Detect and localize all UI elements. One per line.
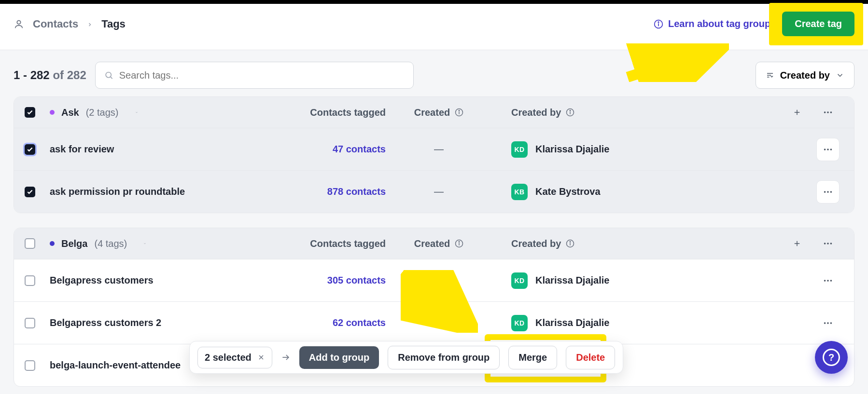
svg-point-38	[827, 280, 829, 282]
row-checkbox-wrapper[interactable]	[25, 144, 50, 155]
row-checkbox-wrapper[interactable]	[25, 275, 50, 286]
info-icon[interactable]	[455, 108, 463, 117]
add-column-button[interactable]	[782, 108, 812, 117]
svg-point-24	[827, 191, 829, 193]
svg-point-34	[824, 243, 826, 245]
contacts-tagged-value[interactable]: 62 contacts	[291, 317, 386, 328]
svg-point-20	[824, 149, 826, 150]
tag-group: Ask (2 tags) Contacts tagged Created Cre…	[14, 96, 854, 213]
selection-count-label: 2 selected	[205, 352, 252, 363]
chevron-right-icon	[87, 18, 93, 30]
contacts-tagged-value[interactable]: 305 contacts	[291, 275, 386, 286]
pagination-count: 1 - 282 of 282	[14, 68, 86, 82]
search-input[interactable]	[119, 70, 405, 81]
learn-link-label: Learn about tag group	[668, 18, 770, 29]
creator-name: Klarissa Djajalie	[535, 275, 609, 286]
merge-button[interactable]: Merge	[508, 346, 557, 369]
group-name: Ask	[61, 107, 79, 118]
close-icon[interactable]	[257, 353, 265, 361]
count-range: 1 - 282	[14, 68, 50, 82]
tag-name[interactable]: Belgapress customers	[50, 275, 291, 286]
col-contacts-tagged: Contacts tagged	[291, 107, 386, 118]
tag-name[interactable]: ask permission pr roundtable	[50, 186, 291, 197]
group-checkbox-wrapper[interactable]	[25, 107, 50, 118]
delete-button[interactable]: Delete	[566, 346, 615, 369]
remove-from-group-button[interactable]: Remove from group	[388, 346, 500, 369]
svg-point-0	[17, 20, 20, 24]
svg-point-3	[658, 22, 659, 23]
creator-name: Kate Bystrova	[535, 186, 601, 197]
svg-point-14	[570, 110, 571, 111]
svg-point-31	[570, 242, 571, 243]
row-checkbox[interactable]	[25, 187, 35, 197]
group-name-wrapper[interactable]: Belga (4 tags)	[50, 238, 291, 249]
group-color-dot	[50, 110, 55, 115]
search-icon	[104, 70, 113, 80]
breadcrumb: Contacts Tags	[14, 18, 126, 30]
group-menu-button[interactable]	[812, 238, 843, 249]
selection-action-bar: 2 selected Add to group Remove from grou…	[189, 341, 623, 374]
group-name: Belga	[61, 238, 87, 249]
group-menu-button[interactable]	[812, 107, 843, 118]
create-tag-button[interactable]: Create tag	[782, 12, 854, 36]
avatar: KD	[511, 141, 528, 158]
group-checkbox-wrapper[interactable]	[25, 238, 50, 249]
group-header: Ask (2 tags) Contacts tagged Created Cre…	[14, 97, 854, 128]
row-menu-button[interactable]	[816, 269, 840, 292]
sort-button[interactable]: Created by	[756, 62, 854, 89]
row-menu-button[interactable]	[816, 138, 840, 161]
col-created-by: Created by	[492, 107, 782, 118]
info-icon[interactable]	[455, 239, 463, 248]
help-chat-button[interactable]: ?	[815, 341, 848, 374]
row-checkbox[interactable]	[25, 360, 35, 371]
chevron-down-icon	[836, 71, 844, 80]
creator-name: Klarissa Djajalie	[535, 144, 609, 155]
breadcrumb-contacts[interactable]: Contacts	[33, 18, 78, 30]
contacts-tagged-value[interactable]: 47 contacts	[291, 144, 386, 155]
row-checkbox[interactable]	[25, 275, 35, 286]
tag-name[interactable]: Belgapress customers 2	[50, 317, 291, 328]
svg-point-21	[827, 149, 829, 150]
svg-point-37	[824, 280, 826, 282]
page-header: Contacts Tags Learn about tag group Crea…	[0, 4, 868, 50]
svg-point-35	[827, 243, 829, 245]
add-to-group-button[interactable]: Add to group	[299, 346, 379, 369]
group-checkbox[interactable]	[25, 107, 35, 118]
svg-point-4	[106, 72, 111, 78]
search-input-wrapper[interactable]	[95, 62, 414, 89]
svg-point-23	[824, 191, 826, 193]
row-checkbox[interactable]	[25, 318, 35, 328]
row-checkbox-wrapper[interactable]	[25, 360, 50, 371]
info-icon[interactable]	[566, 108, 574, 117]
row-menu-button[interactable]	[816, 180, 840, 204]
created-by-value: KB Kate Bystrova	[492, 184, 812, 200]
annotation-arrow-to-merge	[401, 270, 478, 333]
learn-about-tag-group-link[interactable]: Learn about tag group	[654, 18, 770, 29]
header-actions: Learn about tag group Create tag	[654, 12, 854, 36]
row-checkbox[interactable]	[25, 144, 35, 155]
group-name-wrapper[interactable]: Ask (2 tags)	[50, 107, 291, 118]
svg-line-50	[628, 48, 717, 77]
selection-count-chip[interactable]: 2 selected	[197, 347, 272, 368]
group-tag-count: (4 tags)	[94, 238, 127, 249]
group-collapse-toggle[interactable]	[126, 108, 138, 117]
svg-point-25	[830, 191, 832, 193]
group-checkbox[interactable]	[25, 238, 35, 249]
user-icon	[14, 19, 24, 29]
creator-name: Klarissa Djajalie	[535, 317, 609, 328]
row-checkbox-wrapper[interactable]	[25, 187, 50, 197]
created-by-value: KD Klarissa Djajalie	[492, 272, 812, 289]
row-checkbox-wrapper[interactable]	[25, 318, 50, 328]
created-by-value: KD Klarissa Djajalie	[492, 315, 812, 331]
svg-point-19	[830, 111, 832, 113]
info-icon[interactable]	[566, 239, 574, 248]
group-tag-count: (2 tags)	[86, 107, 119, 118]
avatar: KD	[511, 315, 528, 331]
row-menu-button[interactable]	[816, 312, 840, 335]
contacts-tagged-value[interactable]: 878 contacts	[291, 186, 386, 197]
group-collapse-toggle[interactable]	[134, 239, 146, 248]
tag-name[interactable]: ask for review	[50, 144, 291, 155]
add-column-button[interactable]	[782, 239, 812, 248]
created-value: —	[386, 186, 492, 197]
svg-point-42	[830, 322, 832, 324]
